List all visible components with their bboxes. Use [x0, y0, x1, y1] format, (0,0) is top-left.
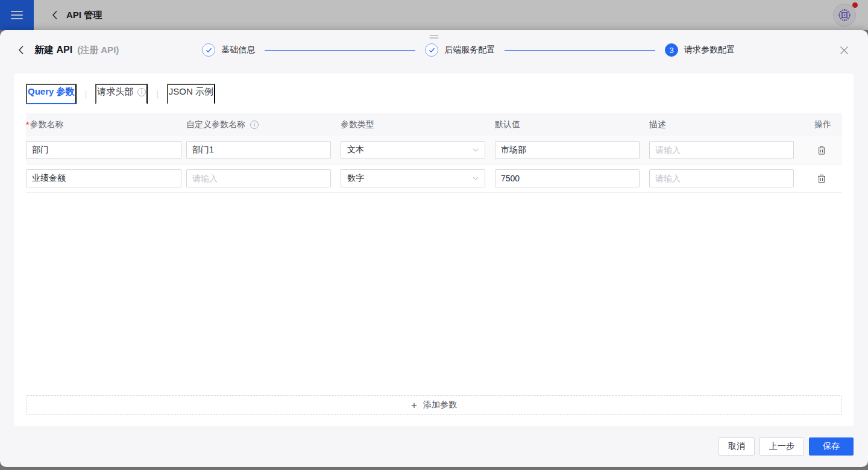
- custom-name-input[interactable]: [186, 141, 331, 159]
- new-api-drawer: 新建 API (注册 API) 基础信息 后端服务配置 3 请求参数配置: [0, 30, 868, 467]
- required-mark: *: [26, 120, 29, 130]
- params-card: Query 参数 | 请求头部 i | JSON 示例 * 参数名称 自定义参数…: [14, 74, 854, 426]
- trash-icon: [817, 146, 826, 155]
- drag-handle[interactable]: [426, 34, 442, 40]
- tab-separator: |: [156, 89, 159, 99]
- drawer-back-button[interactable]: [16, 43, 27, 57]
- step-done-check-icon: [202, 43, 215, 57]
- custom-name-input[interactable]: [186, 169, 331, 187]
- param-table-header: * 参数名称 自定义参数名称 i 参数类型 默认值 描述 操作: [26, 113, 842, 136]
- delete-row-button[interactable]: [816, 172, 828, 185]
- header-custom-name: 自定义参数名称 i: [186, 119, 341, 130]
- description-input[interactable]: [649, 169, 794, 187]
- prev-step-button[interactable]: 上一步: [760, 437, 804, 456]
- tab-json-example[interactable]: JSON 示例: [167, 84, 215, 104]
- chevron-left-icon: [18, 45, 24, 55]
- step-label: 后端服务配置: [444, 45, 495, 55]
- param-type-select[interactable]: 文本: [341, 141, 485, 159]
- description-input[interactable]: [649, 141, 794, 159]
- step-connector: [265, 50, 415, 51]
- chevron-down-icon: [473, 177, 479, 180]
- add-param-button[interactable]: + 添加参数: [26, 395, 842, 415]
- header-param-type: 参数类型: [341, 119, 495, 130]
- chevron-down-icon: [473, 148, 479, 152]
- step-basic-info[interactable]: 基础信息: [202, 43, 255, 57]
- tab-separator: |: [85, 89, 87, 99]
- param-row: 数字: [26, 164, 842, 193]
- header-description: 描述: [649, 119, 804, 130]
- drawer-footer: 取消 上一步 保存: [0, 426, 868, 467]
- step-done-check-icon: [425, 43, 438, 57]
- param-type-select[interactable]: 数字: [341, 169, 485, 187]
- tab-request-headers[interactable]: 请求头部 i: [95, 84, 148, 104]
- default-value-input[interactable]: [495, 141, 640, 159]
- drawer-subtitle: (注册 API): [77, 45, 119, 56]
- delete-row-button[interactable]: [816, 144, 828, 157]
- default-value-input[interactable]: [495, 169, 640, 187]
- param-name-input[interactable]: [26, 141, 181, 159]
- plus-icon: +: [411, 400, 417, 410]
- step-connector: [505, 50, 655, 51]
- step-backend-config[interactable]: 后端服务配置: [425, 43, 495, 57]
- tab-query-params[interactable]: Query 参数: [26, 84, 77, 104]
- step-label: 基础信息: [221, 45, 255, 55]
- header-default-value: 默认值: [495, 119, 649, 130]
- step-request-params[interactable]: 3 请求参数配置: [665, 43, 735, 57]
- drawer-title: 新建 API: [34, 44, 72, 57]
- trash-icon: [817, 174, 826, 183]
- save-button[interactable]: 保存: [809, 437, 854, 456]
- param-name-input[interactable]: [26, 169, 181, 187]
- param-tabs: Query 参数 | 请求头部 i | JSON 示例: [26, 84, 842, 104]
- close-button[interactable]: [836, 42, 852, 58]
- param-row: 文本: [26, 136, 842, 164]
- info-icon[interactable]: i: [250, 121, 259, 129]
- header-param-name: * 参数名称: [26, 119, 186, 130]
- cancel-button[interactable]: 取消: [719, 437, 755, 456]
- close-icon: [840, 46, 849, 55]
- step-number-badge: 3: [665, 43, 678, 57]
- info-icon[interactable]: i: [137, 88, 146, 96]
- step-label: 请求参数配置: [684, 45, 735, 55]
- header-actions: 操作: [804, 119, 842, 130]
- wizard-stepper: 基础信息 后端服务配置 3 请求参数配置: [202, 43, 735, 57]
